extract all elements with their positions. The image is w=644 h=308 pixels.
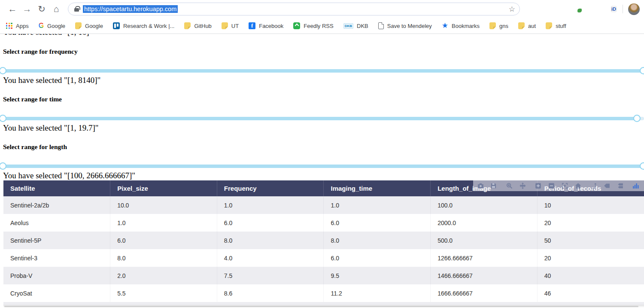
cell-frequency: 4.0 — [217, 249, 324, 267]
bookmark-bookmarks[interactable]: ★ Bookmarks — [442, 22, 480, 29]
table-row[interactable]: Aeolus 1.0 6.0 6.0 2000.0 20 — [3, 214, 644, 232]
cell-pixel-size: 10.0 — [110, 196, 217, 214]
plotly-logo-icon — [632, 182, 639, 189]
bookmark-google-site[interactable]: G Google — [39, 22, 65, 29]
autoscale-expand-icon — [561, 182, 568, 189]
adblock-extension-button[interactable] — [528, 5, 537, 14]
range-slider-length[interactable] — [0, 162, 644, 170]
double-tag-icon — [617, 182, 624, 189]
cell-length-of-image: 2000.0 — [431, 214, 538, 232]
cell-period-of-records: 10 — [537, 196, 644, 214]
id-extension-button[interactable]: iD — [609, 5, 618, 14]
cell-frequency: 8.0 — [217, 232, 324, 249]
reload-button[interactable]: ↻ — [34, 2, 49, 16]
bookmark-label: Save to Mendeley — [387, 23, 432, 29]
bookmark-star-button[interactable]: ☆ — [509, 5, 515, 14]
page-content: You have selected "[1, 10]" Select range… — [0, 34, 644, 307]
cell-satellite: Sentinel-3 — [3, 249, 110, 267]
cell-satellite: CryoSat — [3, 284, 110, 302]
compare-on-hover-button[interactable] — [615, 181, 625, 191]
profile-avatar[interactable] — [628, 3, 640, 15]
cell-imaging-time: 1.0 — [324, 196, 431, 214]
bookmark-folder-github[interactable]: GitHub — [184, 22, 211, 29]
table-row[interactable]: Sentinel-5P 6.0 8.0 8.0 500.0 50 — [3, 232, 644, 249]
column-header-satellite[interactable]: Satellite — [3, 180, 110, 196]
reset-axes-button[interactable] — [573, 181, 583, 191]
document-icon — [378, 22, 384, 29]
bookmark-dkb[interactable]: DKB DKB — [343, 23, 368, 29]
table-row[interactable]: Proba-V 2.0 7.5 9.5 1466.666667 40 — [3, 267, 644, 284]
bookmark-trello-research[interactable]: Research & Work |... — [113, 22, 174, 29]
slider-handle-right[interactable] — [640, 162, 644, 170]
column-header-frequency[interactable]: Frequency — [217, 180, 324, 196]
scrollbar-thumb[interactable] — [4, 306, 638, 307]
slider-track[interactable] — [0, 69, 644, 73]
zoom-in-button[interactable] — [534, 181, 543, 191]
download-png-button[interactable] — [476, 181, 485, 191]
bookmark-folder-gns[interactable]: gns — [489, 22, 508, 29]
slider-track[interactable] — [0, 117, 644, 120]
cutoff-selected-text: You have selected "[1, 10]" — [3, 34, 92, 37]
slider-handle-left[interactable] — [0, 162, 6, 170]
bookmark-label: Google — [85, 23, 103, 29]
heading-select-range-time: Select range for time — [3, 95, 644, 103]
bookmarks-bar: Apps G Google Google Research & Work |..… — [0, 18, 644, 34]
horizontal-scrollbar[interactable] — [3, 305, 644, 307]
slider-handle-right[interactable] — [640, 67, 644, 74]
spike-lines-icon — [590, 182, 597, 189]
range-slider-frequency[interactable] — [0, 67, 644, 75]
table-row[interactable]: Sentinel-3 8.0 4.0 6.0 1266.666667 20 — [3, 249, 644, 267]
slider-handle-left[interactable] — [0, 67, 6, 74]
cell-pixel-size: 2.0 — [110, 267, 217, 284]
bookmark-label: DKB — [357, 23, 368, 29]
toggle-spikelines-button[interactable] — [589, 181, 598, 191]
bookmark-label: stuff — [556, 23, 566, 29]
zoom-out-icon — [548, 182, 555, 189]
bookmark-folder-google[interactable]: Google — [75, 22, 103, 29]
save-button[interactable] — [489, 181, 498, 191]
heading-select-range-frequency: Select range for frequency — [3, 48, 644, 55]
pan-button[interactable] — [518, 181, 527, 191]
bookmark-save-to-mendeley[interactable]: Save to Mendeley — [378, 22, 432, 29]
column-header-imaging-time[interactable]: Imaging_time — [324, 180, 431, 196]
url-text[interactable]: https://spacetartu.herokuapp.com — [83, 5, 178, 13]
table-row[interactable]: CryoSat 5.5 8.6 11.2 1666.666667 46 — [3, 284, 644, 302]
blue-window-extension-button[interactable] — [593, 5, 602, 14]
slider-handle-left[interactable] — [0, 115, 6, 122]
bookmark-apps[interactable]: Apps — [6, 23, 29, 29]
address-bar[interactable]: https://spacetartu.herokuapp.com ☆ — [68, 3, 520, 15]
zoom-out-button[interactable] — [547, 181, 556, 191]
cell-period-of-records: 40 — [537, 267, 644, 284]
autoscale-button[interactable] — [560, 181, 569, 191]
globe-extension-button[interactable] — [577, 5, 586, 14]
bookmark-folder-stuff[interactable]: stuff — [546, 22, 566, 29]
bookmark-folder-ut[interactable]: UT — [222, 22, 239, 29]
cell-length-of-image: 100.0 — [431, 196, 538, 214]
selected-range-frequency: You have selected "[1, 8140]" — [3, 76, 644, 85]
show-closest-on-hover-button[interactable] — [602, 181, 611, 191]
slider-handle-right[interactable] — [633, 115, 641, 122]
back-button[interactable]: ← — [5, 2, 20, 16]
bookmark-facebook[interactable]: f Facebook — [249, 22, 283, 29]
lightbulb-extension-button[interactable] — [560, 5, 569, 14]
bookmark-label: Apps — [16, 23, 29, 29]
gray-circle-extension-button[interactable] — [544, 5, 553, 14]
google-g-icon: G — [39, 22, 44, 29]
bookmark-folder-aut[interactable]: aut — [518, 22, 536, 29]
range-slider-time[interactable] — [0, 114, 644, 122]
home-button[interactable]: ⌂ — [49, 2, 64, 16]
box-zoom-button[interactable] — [504, 181, 514, 191]
cell-length-of-image: 1466.666667 — [431, 267, 538, 284]
bookmark-feedly[interactable]: Feedly RSS — [293, 22, 333, 29]
table-row[interactable]: Sentinel-2a/2b 10.0 1.0 1.0 100.0 10 — [3, 196, 644, 214]
cell-imaging-time: 11.2 — [324, 284, 431, 302]
cell-imaging-time: 6.0 — [324, 214, 431, 232]
column-header-pixel-size[interactable]: Pixel_size — [110, 180, 217, 196]
forward-button[interactable]: → — [20, 2, 34, 16]
cell-satellite: Aeolus — [3, 214, 110, 232]
plotly-logo-button[interactable] — [631, 181, 641, 191]
slider-track[interactable] — [0, 165, 644, 168]
star-filled-icon: ★ — [442, 22, 448, 29]
cell-imaging-time: 9.5 — [324, 267, 431, 284]
cell-period-of-records: 50 — [537, 232, 644, 249]
